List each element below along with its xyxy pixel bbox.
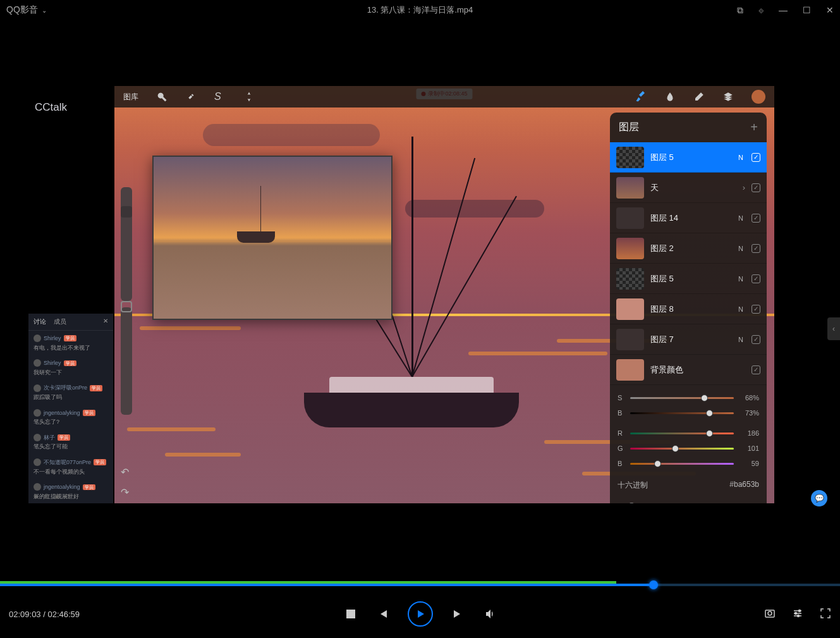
close-icon[interactable]: ✕ (826, 5, 834, 16)
color-slider-row: B 73% (618, 405, 759, 420)
slider-knob[interactable] (706, 410, 713, 417)
maximize-icon[interactable]: ☐ (803, 5, 811, 16)
visibility-checkbox[interactable] (752, 183, 760, 192)
slider-value: 101 (739, 445, 759, 452)
slider-track[interactable] (630, 397, 734, 399)
volume-icon[interactable] (484, 608, 496, 620)
visibility-checkbox[interactable] (752, 305, 760, 314)
layer-row[interactable]: 天 › (610, 173, 767, 203)
visibility-checkbox[interactable] (752, 335, 760, 344)
group-arrow-icon[interactable]: › (743, 183, 745, 192)
stop-button[interactable] (344, 608, 357, 620)
blend-mode[interactable]: N (736, 214, 745, 222)
snapshot-icon[interactable] (764, 608, 776, 621)
seek-handle[interactable] (649, 580, 658, 589)
next-button[interactable] (452, 608, 465, 620)
layer-row[interactable]: 图层 5 N (610, 264, 767, 294)
select-icon[interactable]: S (214, 91, 226, 102)
emoji-icon[interactable]: ✿ (33, 493, 39, 500)
layer-row[interactable]: 图层 2 N (610, 233, 767, 264)
play-button[interactable] (408, 601, 433, 627)
visibility-checkbox[interactable] (752, 365, 760, 374)
chat-message: 林子学员笔头忘了可能 (28, 430, 113, 455)
layer-name: 背景颜色 (650, 364, 730, 376)
gallery-button[interactable]: 图库 (123, 92, 138, 102)
slider-knob[interactable] (706, 430, 713, 437)
layers-panel: 图层 + 图层 5 N 天 › 图层 14 N 图层 2 N 图层 5 N 图层… (610, 113, 767, 503)
opacity-slider[interactable] (121, 307, 132, 415)
fullscreen-icon[interactable] (820, 608, 831, 621)
visibility-checkbox[interactable] (752, 153, 760, 162)
settings-icon[interactable] (792, 608, 803, 621)
message-bubble-icon[interactable]: 💬 (811, 490, 827, 506)
blend-mode[interactable]: N (736, 154, 745, 161)
slider-track[interactable] (630, 463, 734, 465)
eraser-icon[interactable] (693, 91, 705, 102)
chat-tab-members[interactable]: 成员 (54, 317, 66, 326)
wand-icon[interactable] (185, 91, 197, 102)
blend-mode[interactable]: N (736, 245, 745, 252)
hex-value[interactable]: #ba653b (729, 480, 759, 491)
chat-close-icon[interactable]: ✕ (103, 317, 108, 326)
add-layer-icon[interactable]: + (750, 120, 758, 135)
blend-mode[interactable]: N (736, 275, 745, 283)
slider-track[interactable] (630, 432, 734, 434)
slider-track[interactable] (630, 412, 734, 414)
minimize-icon[interactable]: — (779, 5, 788, 16)
value-picker-icon[interactable]: ≡ (710, 500, 723, 503)
layer-row[interactable]: 图层 7 N (610, 324, 767, 355)
layer-name: 图层 5 (650, 273, 730, 285)
slider-knob[interactable] (654, 460, 661, 467)
layer-row[interactable]: 图层 5 N (610, 142, 767, 173)
message-text: 笔头忘了? (33, 418, 108, 426)
layer-row[interactable]: 背景颜色 (610, 355, 767, 385)
chat-tab-discuss[interactable]: 讨论 (33, 317, 46, 326)
video-content: CCtalk (28, 86, 774, 503)
slider-knob[interactable] (672, 445, 679, 452)
visibility-checkbox[interactable] (752, 214, 760, 223)
square-tool-icon[interactable] (121, 301, 132, 312)
slider-track[interactable] (630, 448, 734, 450)
undo-icon[interactable]: ↶ (121, 466, 129, 478)
slider-label: B (618, 460, 625, 467)
visibility-checkbox[interactable] (752, 274, 760, 283)
blend-mode[interactable]: N (736, 305, 745, 313)
color-swatch[interactable] (752, 90, 765, 104)
wrench-icon[interactable] (156, 91, 167, 102)
chat-message: 次卡深呼吸onPre学员跟踪吸了吗 (28, 380, 113, 405)
smudge-icon[interactable] (664, 91, 676, 102)
boat-painting (304, 358, 519, 427)
modifier-button[interactable] (121, 206, 132, 218)
blend-mode[interactable]: N (736, 336, 745, 343)
seek-bar[interactable] (0, 584, 840, 586)
layers-icon[interactable] (722, 91, 734, 102)
pin-icon[interactable]: ⟐ (758, 5, 764, 16)
layer-name: 图层 8 (650, 304, 730, 315)
reference-photo[interactable] (152, 156, 393, 320)
seek-fill (0, 584, 649, 586)
visibility-checkbox[interactable] (752, 244, 760, 253)
chat-message: Shirley学员我研究一下 (28, 355, 113, 380)
username: 不知道呢077onPre (44, 458, 91, 467)
prev-button[interactable] (376, 608, 389, 620)
palette-picker-icon[interactable]: ⊞ (739, 500, 752, 503)
app-menu-chevron-icon[interactable]: ⌄ (42, 7, 47, 14)
window-titlebar: QQ影音 ⌄ 13. 第八课：海洋与日落.mp4 ⧉ ⟐ — ☐ ✕ (0, 0, 840, 20)
brush-icon[interactable] (635, 91, 647, 102)
layer-row[interactable]: 图层 14 N (610, 203, 767, 233)
layer-row[interactable]: 图层 8 N (610, 294, 767, 324)
mention-icon[interactable]: @ (44, 493, 49, 500)
classic-picker-icon[interactable]: ◼ (654, 500, 666, 503)
transform-icon[interactable] (243, 91, 255, 102)
redo-icon[interactable]: ↷ (121, 486, 129, 498)
brush-size-slider[interactable] (121, 187, 132, 301)
more-icon[interactable]: ⊡ (65, 493, 70, 500)
image-icon[interactable]: ▣ (54, 493, 60, 500)
app-name[interactable]: QQ影音 (6, 4, 38, 16)
layer-name: 图层 7 (650, 334, 730, 345)
slider-knob[interactable] (701, 395, 708, 402)
harmony-picker-icon[interactable]: ⊁ (682, 500, 695, 503)
disc-picker-icon[interactable]: ◯ (625, 500, 638, 503)
pip-icon[interactable]: ⧉ (737, 5, 743, 16)
side-expand-icon[interactable]: ‹ (827, 317, 840, 340)
